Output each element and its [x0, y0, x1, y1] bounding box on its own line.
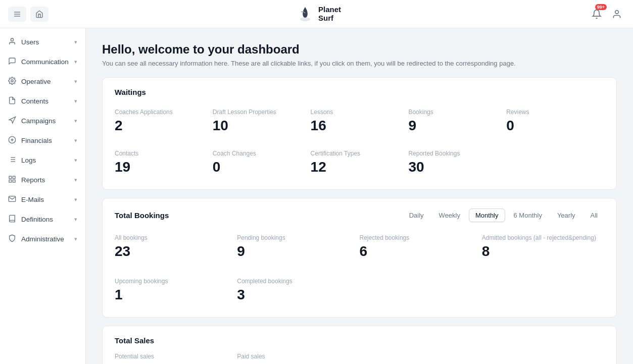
sidebar-label: Definitions [21, 216, 53, 223]
booking-stat-item[interactable]: Rejected bookings6 [360, 230, 482, 264]
stat-value: 1 [115, 287, 237, 303]
bookings-card: Total Bookings DailyWeeklyMonthly6 Month… [102, 198, 617, 318]
chevron-icon: ▾ [74, 137, 77, 144]
svg-point-6 [11, 80, 13, 82]
chevron-icon: ▾ [74, 118, 77, 124]
waiting-item[interactable]: Coaches Applications2 [115, 105, 213, 138]
sidebar-item-inner: Campaigns [8, 116, 56, 126]
waiting-label: Draft Lesson Properties [213, 109, 311, 116]
filter-tab-6-monthly[interactable]: 6 Monthly [507, 209, 549, 222]
sidebar-label: Operative [21, 78, 51, 85]
svg-point-3 [300, 17, 310, 21]
waiting-item[interactable]: Reviews0 [506, 105, 604, 138]
filter-tab-all[interactable]: All [584, 209, 604, 222]
svg-rect-15 [13, 176, 15, 179]
booking-stat-item[interactable]: Pending bookings9 [237, 230, 359, 264]
filter-tab-weekly[interactable]: Weekly [432, 209, 467, 222]
chevron-icon: ▾ [74, 196, 77, 203]
sidebar-item-users[interactable]: Users ▾ [0, 32, 85, 52]
stat-label: All bookings [115, 234, 237, 241]
topnav-left [8, 7, 48, 22]
sidebar-item-communication[interactable]: Communication ▾ [0, 52, 85, 72]
user-button[interactable] [609, 6, 625, 22]
waiting-item[interactable]: Lessons16 [311, 105, 409, 138]
sales-card: Total Sales Potential sales$ 0.00Paid sa… [102, 326, 617, 364]
sidebar-label: Reports [21, 176, 45, 184]
waiting-item[interactable]: Reported Bookings30 [408, 146, 506, 179]
filter-tabs: DailyWeeklyMonthly6 MonthlyYearlyAll [403, 209, 604, 222]
waiting-value: 0 [213, 159, 311, 175]
menu-button[interactable] [8, 7, 26, 22]
chevron-icon: ▾ [74, 157, 77, 164]
sidebar-item-inner: E-Mails [8, 195, 44, 204]
waitings-row2: Contacts19Coach Changes0Certification Ty… [115, 146, 604, 179]
booking-stat-item[interactable]: Completed bookings3 [237, 274, 359, 307]
sales-grid: Potential sales$ 0.00Paid sales$ 182.00 [115, 353, 604, 364]
sidebar-item-administrative[interactable]: Administrative ▾ [0, 229, 85, 249]
svg-point-4 [615, 10, 619, 14]
bookings-title: Total Bookings [115, 211, 169, 220]
filter-tab-yearly[interactable]: Yearly [551, 209, 582, 222]
main-content: Hello, welcome to your dashboard You can… [86, 28, 633, 364]
user-icon [8, 37, 16, 47]
stat-value: 6 [360, 243, 482, 259]
sidebar-item-emails[interactable]: E-Mails ▾ [0, 190, 85, 210]
sidebar-item-reports[interactable]: Reports ▾ [0, 170, 85, 190]
stat-label: Pending bookings [237, 234, 359, 241]
waiting-value: 10 [213, 118, 311, 134]
sidebar-item-inner: Logs [8, 155, 36, 165]
logo-icon [296, 5, 314, 23]
waiting-value: 0 [506, 118, 604, 134]
waiting-label: Bookings [408, 109, 506, 116]
sidebar-item-definitions[interactable]: Definitions ▾ [0, 210, 85, 229]
logo: PlanetSurf [296, 5, 341, 23]
waiting-item[interactable]: Contacts19 [115, 146, 213, 179]
svg-rect-17 [13, 180, 15, 182]
home-button[interactable] [30, 7, 48, 22]
sidebar-item-operative[interactable]: Operative ▾ [0, 72, 85, 91]
waiting-label: Reported Bookings [408, 150, 506, 157]
sidebar-item-inner: Operative [8, 77, 51, 86]
waiting-item[interactable]: Coach Changes0 [213, 146, 311, 179]
waiting-item[interactable]: Bookings9 [408, 105, 506, 138]
sidebar-label: Logs [21, 157, 36, 164]
sidebar-item-financials[interactable]: Financials ▾ [0, 131, 85, 150]
waiting-value: 30 [408, 159, 506, 175]
mail-icon [8, 195, 16, 204]
stat-value: 23 [115, 243, 237, 259]
waiting-value: 2 [115, 118, 213, 134]
stat-value: 3 [237, 287, 359, 303]
sidebar-label: Communication [21, 58, 69, 66]
booking-stat-item[interactable]: Admitted bookings (all - rejected&pendin… [482, 230, 604, 264]
waiting-item[interactable]: Draft Lesson Properties10 [213, 105, 311, 138]
sidebar-item-campaigns[interactable]: Campaigns ▾ [0, 111, 85, 131]
notification-button[interactable]: 99+ [589, 6, 605, 22]
topnav: PlanetSurf 99+ [0, 0, 633, 28]
filter-tab-monthly[interactable]: Monthly [469, 209, 505, 222]
stat-label: Admitted bookings (all - rejected&pendin… [482, 234, 604, 241]
layout: Users ▾ Communication ▾ Operative ▾ Cont… [0, 28, 633, 364]
chevron-icon: ▾ [74, 59, 77, 65]
sidebar-label: Users [21, 38, 39, 46]
waiting-value: 16 [311, 118, 409, 134]
sidebar-item-contents[interactable]: Contents ▾ [0, 91, 85, 111]
sales-value: $ 0.00 [115, 362, 237, 364]
booking-stat-item[interactable]: All bookings23 [115, 230, 237, 264]
sidebar-label: Contents [21, 97, 48, 105]
sales-item[interactable]: Potential sales$ 0.00 [115, 353, 237, 364]
bookings-header: Total Bookings DailyWeeklyMonthly6 Month… [115, 209, 604, 222]
book-icon [8, 215, 16, 224]
chevron-icon: ▾ [74, 216, 77, 223]
file-icon [8, 96, 16, 106]
waiting-item[interactable]: Certification Types12 [311, 146, 409, 179]
waiting-item [506, 146, 604, 179]
booking-stat-item[interactable]: Upcoming bookings1 [115, 274, 237, 307]
svg-point-5 [11, 38, 13, 41]
notification-badge: 99+ [595, 4, 607, 10]
sales-value: $ 182.00 [237, 362, 359, 364]
sidebar-item-logs[interactable]: Logs ▾ [0, 150, 85, 170]
sales-item[interactable]: Paid sales$ 182.00 [237, 353, 359, 364]
megaphone-icon [8, 116, 16, 126]
filter-tab-daily[interactable]: Daily [403, 209, 430, 222]
shield-icon [8, 234, 16, 244]
